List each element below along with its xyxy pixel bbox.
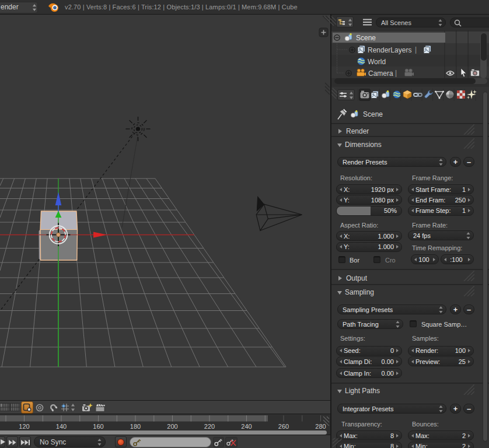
svg-text:180: 180 <box>130 423 141 430</box>
svg-text:240: 240 <box>241 423 252 430</box>
svg-text:260: 260 <box>278 423 289 430</box>
svg-text:140: 140 <box>56 423 67 430</box>
svg-text:160: 160 <box>93 423 103 430</box>
svg-text:120: 120 <box>19 423 29 430</box>
svg-text:220: 220 <box>204 423 215 430</box>
svg-text:200: 200 <box>167 423 177 430</box>
